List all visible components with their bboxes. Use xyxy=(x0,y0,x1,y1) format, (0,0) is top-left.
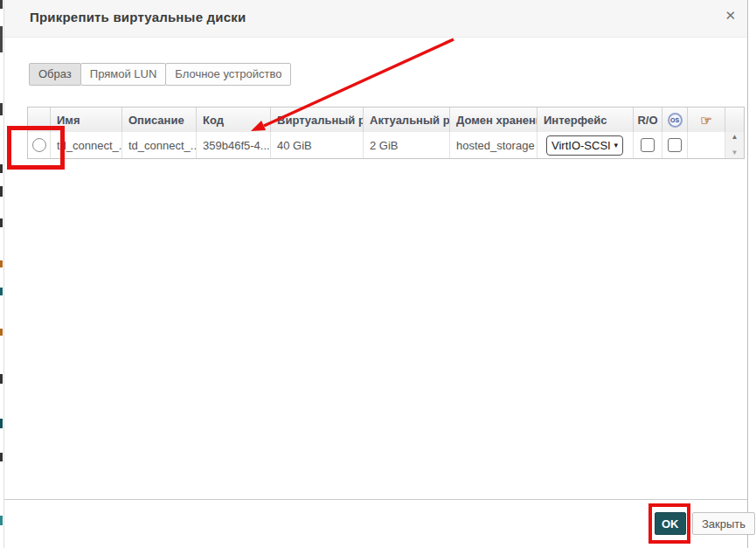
background-page-fragment xyxy=(0,0,3,9)
close-button[interactable]: Закрыть xyxy=(692,512,755,535)
shareable-cell xyxy=(688,132,725,158)
disk-id-cell: 359b46f5-4... xyxy=(197,132,271,158)
close-icon[interactable]: ✕ xyxy=(725,8,736,24)
background-page-fragment xyxy=(0,26,3,52)
background-page-fragment xyxy=(0,419,3,428)
interface-select-value: VirtIO-SCSI xyxy=(551,139,611,152)
background-page-fragment xyxy=(0,219,3,227)
column-header-select xyxy=(28,108,51,132)
column-header-virtual-size: Виртуальный р xyxy=(271,108,364,132)
scroll-up-icon[interactable]: ▲ xyxy=(732,134,739,141)
ok-button[interactable]: OK xyxy=(655,512,686,535)
scroll-down-icon[interactable]: ▼ xyxy=(732,149,739,156)
footer-divider xyxy=(4,499,747,500)
column-header-id: Код xyxy=(197,108,271,132)
dialog-header: Прикрепить виртуальные диски ✕ xyxy=(4,0,747,38)
attach-virtual-disks-dialog: Прикрепить виртуальные диски ✕ Образ Пря… xyxy=(3,0,748,548)
disk-storage-domain-cell: hosted_storage xyxy=(450,132,538,158)
column-header-shareable: ☞ xyxy=(688,108,725,132)
column-header-scroll xyxy=(725,108,744,132)
tab-direct-lun[interactable]: Прямой LUN xyxy=(80,63,167,86)
background-page-fragment xyxy=(0,329,3,336)
disks-table: Имя Описание Код Виртуальный р Актуальны… xyxy=(27,107,745,159)
os-icon: OS xyxy=(668,113,683,128)
disk-row[interactable]: td_connect_... td_connect_... 359b46f5-4… xyxy=(28,132,744,158)
disk-name-cell: td_connect_... xyxy=(51,132,122,158)
background-page-fragment xyxy=(0,164,3,173)
column-header-readonly: R/O xyxy=(634,108,662,132)
disk-actual-size-cell: 2 GiB xyxy=(364,132,450,158)
disk-select-cell xyxy=(28,132,51,158)
share-hand-icon: ☞ xyxy=(700,114,711,127)
background-page-fragment xyxy=(0,453,3,461)
background-page-fragment xyxy=(0,288,3,295)
background-page-fragment xyxy=(0,260,3,267)
table-scrollbar[interactable]: ▲ ▼ xyxy=(725,132,744,158)
background-page-fragment xyxy=(0,374,3,384)
readonly-cell xyxy=(634,132,662,158)
column-header-description: Описание xyxy=(122,108,197,132)
column-header-actual-size: Актуальный ра xyxy=(364,108,450,132)
chevron-down-icon: ▾ xyxy=(614,141,618,149)
background-page-fragment xyxy=(0,103,3,115)
tab-bar: Образ Прямой LUN Блочное устройство xyxy=(29,63,291,86)
disk-select-radio[interactable] xyxy=(32,138,46,152)
dialog-title: Прикрепить виртуальные диски xyxy=(30,10,246,24)
disk-virtual-size-cell: 40 GiB xyxy=(271,132,364,158)
os-cell xyxy=(662,132,688,158)
tab-image[interactable]: Образ xyxy=(29,63,81,86)
background-page-fragment xyxy=(0,516,3,525)
readonly-checkbox[interactable] xyxy=(641,138,655,152)
column-header-storage-domain: Домен хранени xyxy=(450,108,538,132)
table-header-row: Имя Описание Код Виртуальный р Актуальны… xyxy=(28,108,744,132)
disk-description-cell: td_connect_... xyxy=(122,132,197,158)
disk-interface-cell: VirtIO-SCSI ▾ xyxy=(538,132,634,158)
tab-block-device[interactable]: Блочное устройство xyxy=(165,63,291,86)
background-page-fragment xyxy=(0,186,3,197)
column-header-name: Имя xyxy=(51,108,122,132)
column-header-os: OS xyxy=(662,108,688,132)
interface-select[interactable]: VirtIO-SCSI ▾ xyxy=(546,135,623,156)
column-header-interface: Интерфейс xyxy=(538,108,634,132)
os-checkbox[interactable] xyxy=(668,138,682,152)
